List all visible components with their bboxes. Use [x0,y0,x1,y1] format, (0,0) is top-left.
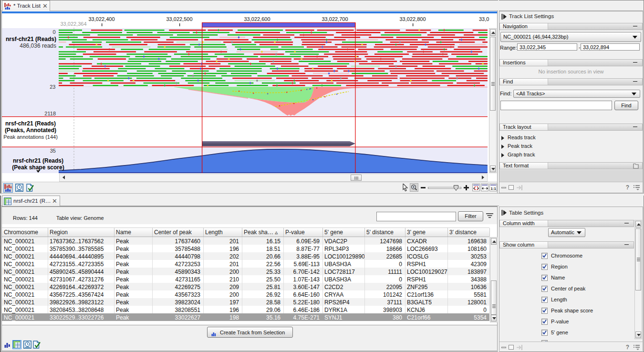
svg-text:23: 23 [50,84,55,90]
svg-text:33,022,600: 33,022,600 [244,16,270,22]
svg-text:nrsf-chr21 (Reads): nrsf-chr21 (Reads) [13,157,63,164]
svg-text:nrsf-chr21 (Reads): nrsf-chr21 (Reads) [6,36,56,42]
svg-text:33,022,400: 33,022,400 [88,16,114,22]
svg-text:33,0: 33,0 [479,16,489,22]
svg-text:(Peaks, Annotated): (Peaks, Annotated) [5,127,56,134]
svg-text:486,036 reads: 486,036 reads [20,42,56,49]
svg-text:33,022,800: 33,022,800 [399,16,426,22]
svg-text:35: 35 [50,148,56,154]
svg-text:0: 0 [52,29,55,35]
svg-text:33,022,700: 33,022,700 [322,16,348,22]
svg-text:33,022,500: 33,022,500 [166,16,192,22]
svg-text:2118: 2118 [44,111,56,116]
svg-text:(Peak shape score): (Peak shape score) [12,164,64,171]
svg-text:33,022,364: 33,022,364 [60,21,86,27]
svg-text:Peak annotations (144): Peak annotations (144) [3,134,58,140]
svg-text:nrsf-chr21 (Reads): nrsf-chr21 (Reads) [5,120,56,127]
